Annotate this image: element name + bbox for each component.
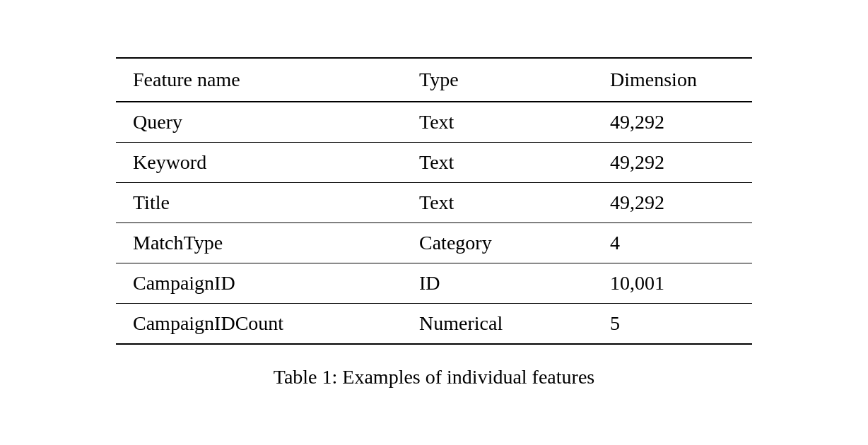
cell-type-1: Text <box>402 142 593 182</box>
features-table: Feature name Type Dimension QueryText49,… <box>116 57 752 345</box>
cell-dimension-3: 4 <box>593 222 752 263</box>
cell-feature-1: Keyword <box>116 142 402 182</box>
table-row: TitleText49,292 <box>116 182 752 222</box>
cell-feature-2: Title <box>116 182 402 222</box>
cell-type-3: Category <box>402 222 593 263</box>
header-type: Type <box>402 58 593 102</box>
cell-type-4: ID <box>402 263 593 303</box>
cell-feature-3: MatchType <box>116 222 402 263</box>
cell-dimension-5: 5 <box>593 303 752 344</box>
page-container: Feature name Type Dimension QueryText49,… <box>0 0 868 445</box>
header-dimension: Dimension <box>593 58 752 102</box>
cell-feature-0: Query <box>116 102 402 143</box>
cell-feature-4: CampaignID <box>116 263 402 303</box>
cell-type-2: Text <box>402 182 593 222</box>
table-row: MatchTypeCategory4 <box>116 222 752 263</box>
table-row: QueryText49,292 <box>116 102 752 143</box>
table-wrapper: Feature name Type Dimension QueryText49,… <box>116 57 752 388</box>
cell-feature-5: CampaignIDCount <box>116 303 402 344</box>
table-row: CampaignIDCountNumerical5 <box>116 303 752 344</box>
cell-dimension-2: 49,292 <box>593 182 752 222</box>
cell-dimension-0: 49,292 <box>593 102 752 143</box>
header-feature-name: Feature name <box>116 58 402 102</box>
table-header-row: Feature name Type Dimension <box>116 58 752 102</box>
cell-type-5: Numerical <box>402 303 593 344</box>
cell-type-0: Text <box>402 102 593 143</box>
cell-dimension-4: 10,001 <box>593 263 752 303</box>
cell-dimension-1: 49,292 <box>593 142 752 182</box>
table-caption: Table 1: Examples of individual features <box>116 366 752 388</box>
table-row: CampaignIDID10,001 <box>116 263 752 303</box>
table-row: KeywordText49,292 <box>116 142 752 182</box>
